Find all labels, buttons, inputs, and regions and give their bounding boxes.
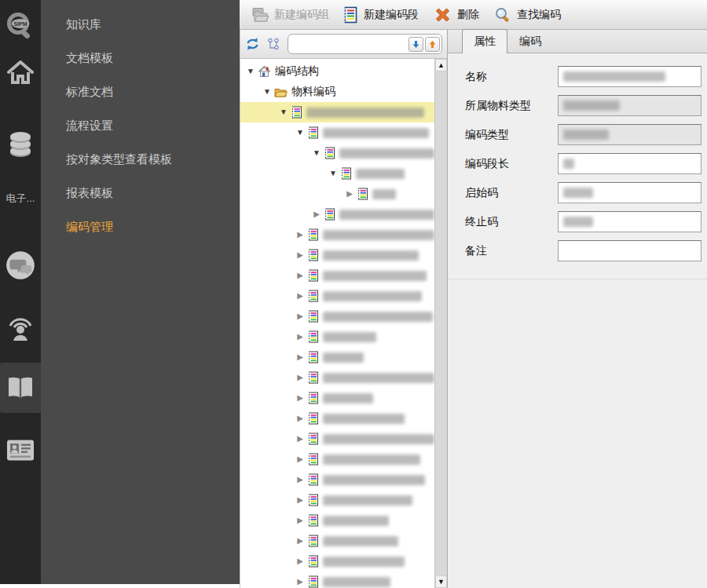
tree-row-9[interactable]: ▶ [240,245,434,265]
tree-row-10[interactable]: ▶ [240,265,434,286]
sidebar-item-5[interactable]: 报表模板 [41,176,240,210]
form-field-input-4[interactable] [558,182,702,203]
expand-arrow-icon[interactable]: ▶ [295,388,306,408]
sidebar-item-2[interactable]: 标准文档 [41,75,240,108]
toolbar-button-2[interactable]: 删除 [426,3,486,27]
home-nav-button[interactable] [0,57,41,88]
form-field-input-5[interactable] [558,211,702,232]
tree-row-12[interactable]: ▶ [240,306,434,327]
tree-search-input[interactable] [293,38,407,50]
window-bottom-strip [0,584,240,588]
expand-arrow-icon[interactable]: ▶ [295,347,306,367]
form-row: 名称 [465,66,707,87]
expand-arrow-icon[interactable]: ▶ [295,265,306,286]
expand-arrow-icon[interactable]: ▶ [295,551,306,572]
expand-arrow-icon[interactable]: ▼ [245,61,256,82]
scroll-up-icon[interactable]: ▲ [435,59,447,71]
expand-arrow-icon[interactable]: ▶ [295,469,306,490]
ebook-label: 电子... [6,192,35,206]
toolbar-button-3[interactable]: 查找编码 [486,3,568,27]
code-document-icon [307,453,319,466]
tree-row-0[interactable]: ▼编码结构 [240,61,434,82]
expand-arrow-icon[interactable]: ▶ [295,306,306,327]
code-document-icon [307,331,319,343]
tree-row-3[interactable]: ▼ [240,122,434,143]
expand-arrow-icon[interactable]: ▼ [278,102,289,122]
refresh-icon[interactable] [245,37,260,51]
tree-row-17[interactable]: ▶ [240,408,434,429]
expand-arrow-icon[interactable]: ▼ [328,163,339,184]
expand-arrow-icon[interactable]: ▶ [295,225,306,245]
redacted-text [323,577,390,587]
tree-row-11[interactable]: ▶ [240,286,434,306]
expand-arrow-icon[interactable]: ▶ [295,572,306,588]
tree-row-1[interactable]: ▼物料编码 [240,82,434,102]
expand-arrow-icon[interactable]: ▶ [344,184,355,204]
idcard-nav-button[interactable] [0,433,41,466]
form-field-input-0[interactable] [558,66,702,87]
form-field-input-2[interactable] [558,124,702,145]
ebook-nav-button[interactable]: 电子... [0,190,41,207]
toolbar-button-0[interactable]: 新建编码组 [244,3,336,27]
expand-arrow-icon[interactable]: ▶ [295,429,306,449]
expand-arrow-icon[interactable]: ▶ [295,286,306,306]
expand-arrow-icon[interactable]: ▼ [311,143,322,163]
expand-arrow-icon[interactable]: ▼ [262,82,273,102]
form-field-input-1[interactable] [558,95,702,116]
sidebar-item-6[interactable]: 编码管理 [41,210,240,243]
expand-arrow-icon[interactable]: ▶ [295,408,306,429]
tree-row-2[interactable]: ▼ [240,102,434,122]
search-down-button[interactable] [408,37,423,52]
expand-arrow-icon[interactable]: ▼ [295,122,306,143]
form-field-input-3[interactable] [558,153,702,174]
expand-arrow-icon[interactable]: ▶ [295,531,306,551]
form-row: 启始码 [465,182,707,203]
expand-arrow-icon[interactable]: ▶ [295,449,306,469]
expand-arrow-icon[interactable]: ▶ [295,510,306,531]
toolbar-button-1[interactable]: 新建编码段 [336,3,426,27]
tree-row-23[interactable]: ▶ [240,531,434,551]
tree-row-16[interactable]: ▶ [240,388,434,408]
tree-row-14[interactable]: ▶ [240,347,434,367]
hierarchy-view-icon[interactable] [267,38,280,51]
scroll-down-icon[interactable]: ▼ [435,575,447,588]
chat-nav-button[interactable] [0,247,41,283]
tree-row-21[interactable]: ▶ [240,490,434,510]
broadcast-nav-button[interactable] [0,311,41,347]
tree-row-13[interactable]: ▶ [240,327,434,347]
sidebar-item-4[interactable]: 按对象类型查看模板 [41,142,240,176]
expand-arrow-icon[interactable]: ▶ [295,490,306,510]
book-nav-button[interactable] [0,363,41,413]
expand-arrow-icon[interactable]: ▶ [295,245,306,265]
tree-row-5[interactable]: ▼ [240,163,434,184]
detail-tabbar: 属性编码 [448,30,707,53]
redacted-text [306,108,424,118]
tree-row-8[interactable]: ▶ [240,225,434,245]
tree-row-22[interactable]: ▶ [240,510,434,531]
tree-row-4[interactable]: ▼ [240,143,434,163]
sipm-logo[interactable]: SIPM [0,9,41,44]
tree-row-20[interactable]: ▶ [240,469,434,490]
tab-1[interactable]: 编码 [507,29,553,53]
sidebar-item-0[interactable]: 知识库 [41,7,240,41]
search-up-button[interactable] [425,37,440,52]
tree-row-25[interactable]: ▶ [240,572,434,588]
form-field-label: 编码类型 [465,128,558,142]
tree-row-6[interactable]: ▶ [240,184,434,204]
database-nav-button[interactable] [0,127,41,162]
tree-row-19[interactable]: ▶ [240,449,434,469]
tree-row-7[interactable]: ▶ [240,204,434,225]
form-field-input-6[interactable] [558,240,702,261]
expand-arrow-icon[interactable]: ▶ [295,327,306,347]
sidebar-item-1[interactable]: 文档模板 [41,41,240,75]
sidebar-item-3[interactable]: 流程设置 [41,108,240,142]
tree-row-24[interactable]: ▶ [240,551,434,572]
expand-arrow-icon[interactable]: ▶ [295,367,306,388]
tree-node-label: 物料编码 [291,85,335,99]
tree-row-18[interactable]: ▶ [240,429,434,449]
tree-vertical-scrollbar[interactable]: ▲ ▼ [434,59,447,588]
tab-0[interactable]: 属性 [462,29,507,53]
code-document-icon [307,412,319,425]
expand-arrow-icon[interactable]: ▶ [311,204,322,225]
tree-row-15[interactable]: ▶ [240,367,434,388]
